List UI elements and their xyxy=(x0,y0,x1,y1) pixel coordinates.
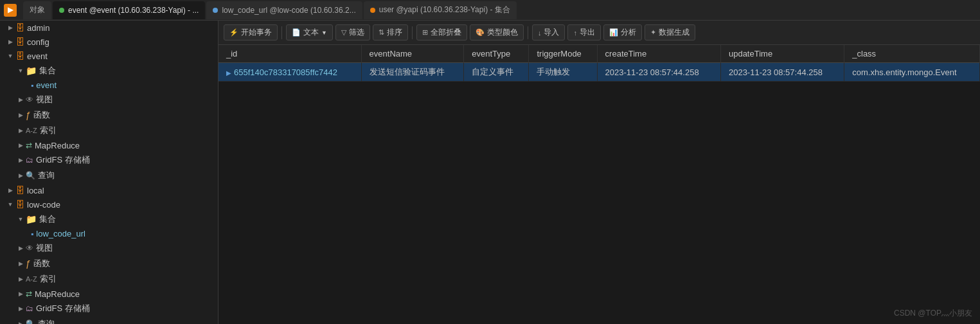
query-icon-lowcode: 🔍 xyxy=(26,320,35,324)
sidebar-item-lowcode-mapreduce[interactable]: ▶ ⇄ MapReduce xyxy=(0,287,218,301)
cell-id: ▶655f140c783317085ffc7442 xyxy=(218,63,361,82)
sidebar-item-event-functions[interactable]: ▶ ƒ 函数 xyxy=(0,107,218,123)
sidebar-item-lowcode-indexes[interactable]: ▶ A-Z 索引 xyxy=(0,271,218,287)
label-event-gridfs: GridFS 存储桶 xyxy=(36,154,90,166)
text-label: 文本 xyxy=(303,27,319,38)
label-lowcode-views: 视图 xyxy=(36,242,53,254)
label-lowcode-url: low_code_url xyxy=(36,229,85,239)
toolbar-sep-2 xyxy=(412,26,413,39)
start-transaction-icon: ⚡ xyxy=(229,28,238,37)
sidebar-item-local[interactable]: ▶ 🗄 local xyxy=(0,183,218,197)
db-icon-lowcode: 🗄 xyxy=(15,199,24,210)
generate-data-icon: ✦ xyxy=(650,28,656,37)
chevron-lowcode-query: ▶ xyxy=(15,319,26,324)
tab-user-label: user @yapi (10.60.36.238-Yapi) - 集合 xyxy=(379,4,510,15)
expand-all-icon: ⊞ xyxy=(422,28,428,37)
tab-lowcode-dot xyxy=(213,8,218,13)
sidebar-item-event[interactable]: ▼ 🗄 event xyxy=(0,49,218,63)
sidebar-item-event-views[interactable]: ▶ 👁 视图 xyxy=(0,92,218,107)
export-button[interactable]: ↑ 导出 xyxy=(567,24,601,40)
sidebar-item-lowcode-query[interactable]: ▶ 🔍 查询 xyxy=(0,316,218,324)
cell-updatetime: 2023-11-23 08:57:44.258 xyxy=(720,63,844,82)
sidebar-item-event-collection[interactable]: ▪ event xyxy=(0,78,218,92)
cell-eventtype: 自定义事件 xyxy=(464,63,529,82)
col-class[interactable]: _class xyxy=(844,45,980,63)
func-icon-lowcode: ƒ xyxy=(26,258,31,269)
sidebar-item-config[interactable]: ▶ 🗄 config xyxy=(0,35,218,49)
sort-label: 排序 xyxy=(387,27,402,38)
tab-target[interactable]: 对象 xyxy=(23,1,51,19)
top-bar: ▶ 对象 event @event (10.60.36.238-Yapi) - … xyxy=(0,0,980,21)
tab-lowcode[interactable]: low_code_url @low-code (10.60.36.2... xyxy=(206,1,362,19)
col-id[interactable]: _id xyxy=(218,45,361,63)
col-eventname[interactable]: eventName xyxy=(361,45,464,63)
mapreduce-icon-event: ⇄ xyxy=(26,141,32,150)
type-color-button[interactable]: 🎨 类型颜色 xyxy=(470,24,524,40)
gridfs-icon-lowcode: 🗂 xyxy=(26,304,33,313)
expand-all-button[interactable]: ⊞ 全部折叠 xyxy=(416,24,467,40)
label-lowcode-mapreduce: MapReduce xyxy=(35,289,80,299)
label-event-mapreduce: MapReduce xyxy=(35,141,80,150)
toolbar: ⚡ 开始事务 📄 文本 ▼ ▽ 筛选 ⇅ 排序 ⊞ 全部折叠 xyxy=(218,21,980,45)
start-transaction-button[interactable]: ⚡ 开始事务 xyxy=(224,24,278,40)
view-icon-event: 👁 xyxy=(26,95,33,104)
app-logo: ▶ xyxy=(4,4,17,17)
col-eventtype[interactable]: eventType xyxy=(464,45,529,63)
chevron-lowcode: ▼ xyxy=(5,199,15,210)
sidebar-item-event-indexes[interactable]: ▶ A-Z 索引 xyxy=(0,123,218,138)
toolbar-sep-3 xyxy=(528,26,528,39)
chevron-event-query: ▶ xyxy=(15,170,26,181)
export-label: 导出 xyxy=(580,27,595,38)
type-color-icon: 🎨 xyxy=(476,28,485,37)
gridfs-icon-event: 🗂 xyxy=(26,156,33,165)
toolbar-sep-1 xyxy=(281,26,282,39)
collection-icon-lowcode: ▪ xyxy=(31,230,33,239)
table-row[interactable]: ▶655f140c783317085ffc7442 发送短信验证码事件 自定义事… xyxy=(218,63,980,82)
sidebar-item-lowcode[interactable]: ▼ 🗄 low-code xyxy=(0,197,218,212)
sidebar-item-event-gridfs[interactable]: ▶ 🗂 GridFS 存储桶 xyxy=(0,152,218,168)
tab-user[interactable]: user @yapi (10.60.36.238-Yapi) - 集合 xyxy=(364,1,517,19)
sidebar-item-lowcode-url[interactable]: ▪ low_code_url xyxy=(0,227,218,240)
query-icon-event: 🔍 xyxy=(26,171,35,180)
chevron-config: ▶ xyxy=(5,37,15,47)
sidebar-item-lowcode-functions[interactable]: ▶ ƒ 函数 xyxy=(0,256,218,271)
func-icon-event: ƒ xyxy=(26,110,31,120)
table-header-row: _id eventName eventType triggerMode crea… xyxy=(218,45,980,63)
sidebar-item-lowcode-gridfs[interactable]: ▶ 🗂 GridFS 存储桶 xyxy=(0,301,218,316)
col-triggermode[interactable]: triggerMode xyxy=(529,45,597,63)
chevron-admin: ▶ xyxy=(5,22,15,33)
tab-event[interactable]: event @event (10.60.36.238-Yapi) - ... xyxy=(53,1,205,19)
sort-button[interactable]: ⇅ 排序 xyxy=(373,24,408,40)
tab-target-label: 对象 xyxy=(30,4,45,15)
text-button[interactable]: 📄 文本 ▼ xyxy=(286,24,333,40)
chevron-event-functions: ▶ xyxy=(15,110,26,120)
cell-triggermode: 手动触发 xyxy=(529,63,597,82)
import-button[interactable]: ↓ 导入 xyxy=(532,24,566,40)
view-icon-lowcode: 👁 xyxy=(26,244,33,253)
sidebar-item-lowcode-views[interactable]: ▶ 👁 视图 xyxy=(0,240,218,256)
main-layout: ▶ 🗄 admin ▶ 🗄 config ▼ 🗄 event ▼ 📁 集合 xyxy=(0,21,980,324)
generate-data-label: 数据生成 xyxy=(659,27,690,38)
row-arrow-icon: ▶ xyxy=(226,69,231,76)
analyze-button[interactable]: 📊 分析 xyxy=(603,24,642,40)
table-container: _id eventName eventType triggerMode crea… xyxy=(218,45,980,324)
col-createtime[interactable]: createTime xyxy=(597,45,720,63)
filter-button[interactable]: ▽ 筛选 xyxy=(335,24,370,40)
generate-data-button[interactable]: ✦ 数据生成 xyxy=(645,24,695,40)
db-icon-event: 🗄 xyxy=(15,51,24,61)
sidebar-item-event-mapreduce[interactable]: ▶ ⇄ MapReduce xyxy=(0,138,218,152)
cell-class: com.xhs.entity.mongo.Event xyxy=(844,63,980,82)
chevron-lowcode-mapreduce: ▶ xyxy=(15,289,26,299)
sidebar-item-event-collections[interactable]: ▼ 📁 集合 xyxy=(0,63,218,78)
db-icon-config: 🗄 xyxy=(15,37,24,47)
label-local: local xyxy=(27,186,44,195)
sidebar-item-lowcode-collections[interactable]: ▼ 📁 集合 xyxy=(0,212,218,227)
export-icon: ↑ xyxy=(573,29,577,37)
sidebar: ▶ 🗄 admin ▶ 🗄 config ▼ 🗄 event ▼ 📁 集合 xyxy=(0,21,218,324)
sidebar-item-admin[interactable]: ▶ 🗄 admin xyxy=(0,21,218,35)
tab-event-label: event @event (10.60.36.238-Yapi) - ... xyxy=(68,6,199,15)
label-event: event xyxy=(27,51,48,61)
sidebar-item-event-query[interactable]: ▶ 🔍 查询 xyxy=(0,168,218,183)
col-updatetime[interactable]: updateTime xyxy=(720,45,844,63)
label-admin: admin xyxy=(27,23,49,33)
